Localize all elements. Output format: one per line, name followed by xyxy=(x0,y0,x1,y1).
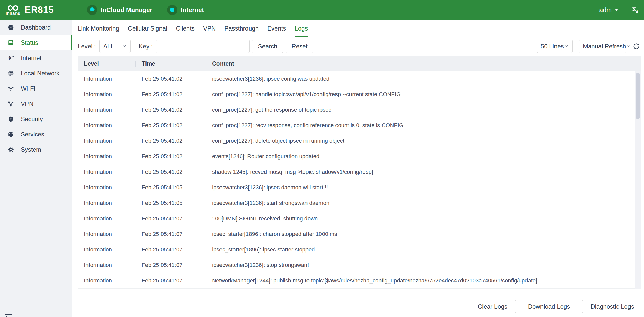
cell-time: Feb 25 05:41:07 xyxy=(136,262,206,268)
cell-time: Feb 25 05:41:02 xyxy=(136,138,206,144)
svg-text:e: e xyxy=(9,55,11,61)
tab-events[interactable]: Events xyxy=(267,20,286,37)
scrollbar-thumb[interactable] xyxy=(636,73,640,119)
top-status-group: InCloud Manager Internet xyxy=(87,5,204,15)
table-row: InformationFeb 25 05:41:02shadow[1245]: … xyxy=(78,164,635,180)
search-button[interactable]: Search xyxy=(252,40,283,53)
username: adm xyxy=(599,6,612,14)
sidebar-item-label: System xyxy=(21,146,41,153)
column-header-content: Content xyxy=(206,56,641,71)
tab-passthrough[interactable]: Passthrough xyxy=(224,20,259,37)
cell-time: Feb 25 05:41:05 xyxy=(136,184,206,191)
tab-bar: Link MonitoringCellular SignalClientsVPN… xyxy=(72,20,644,37)
cloud-status-badge xyxy=(87,5,97,15)
status-icon xyxy=(8,39,14,46)
cell-level: Information xyxy=(78,76,136,82)
key-input[interactable] xyxy=(156,40,250,53)
cell-time: Feb 25 05:41:07 xyxy=(136,231,206,237)
sidebar-item-local-network[interactable]: Local Network xyxy=(0,66,72,81)
refresh-icon[interactable] xyxy=(633,42,640,50)
table-header: Level Time Content xyxy=(78,56,641,71)
cell-content: shadow[1245]: recved mosq_msg->topic:[sh… xyxy=(206,169,635,175)
table-row: InformationFeb 25 05:41:05ipsecwatcher3[… xyxy=(78,180,635,195)
cell-content: conf_proc[1227]: handle topic:svc/api/v1… xyxy=(206,91,635,98)
cell-content: conf_proc[1227]: delete object ipsec in … xyxy=(206,138,635,144)
sidebar-item-services[interactable]: Services xyxy=(0,127,72,142)
translate-icon[interactable]: A xyxy=(631,6,640,14)
sidebar-item-system[interactable]: System xyxy=(0,142,72,157)
diagnostic-logs-button[interactable]: Diagnostic Logs xyxy=(582,300,642,313)
local-network-icon xyxy=(8,70,14,77)
table-row: InformationFeb 25 05:41:07: 00[DMN] SIGI… xyxy=(78,211,635,226)
column-header-time: Time xyxy=(136,56,206,71)
sidebar-item-wi-fi[interactable]: Wi-Fi xyxy=(0,81,72,96)
filter-left-group: Level : ALL Key : Search Reset xyxy=(78,40,313,53)
app-root: inhand ER815 InCloud Manager xyxy=(0,0,644,317)
main-content: Link MonitoringCellular SignalClientsVPN… xyxy=(72,20,644,317)
cell-content: ipsecwatcher3[1236]: ipsec daemon will s… xyxy=(206,184,635,191)
table-row: InformationFeb 25 05:41:02conf_proc[1227… xyxy=(78,118,635,133)
cell-time: Feb 25 05:41:02 xyxy=(136,91,206,98)
sidebar-item-security[interactable]: Security xyxy=(0,111,72,127)
tab-clients[interactable]: Clients xyxy=(176,20,195,37)
refresh-mode-select[interactable]: Manual Refresh xyxy=(579,40,626,53)
internet-status-label: Internet xyxy=(181,6,204,14)
tab-vpn[interactable]: VPN xyxy=(203,20,216,37)
security-icon xyxy=(8,116,14,122)
cell-time: Feb 25 05:41:07 xyxy=(136,277,206,284)
cell-time: Feb 25 05:41:02 xyxy=(136,122,206,129)
chevron-down-icon xyxy=(122,43,127,50)
inhand-logo: inhand xyxy=(6,5,21,16)
cell-content: events[1246]: Router configuration updat… xyxy=(206,153,635,160)
brand-name: inhand xyxy=(6,11,21,16)
caret-down-icon xyxy=(614,6,619,14)
tab-cellular-signal[interactable]: Cellular Signal xyxy=(128,20,167,37)
cell-content: ipsecwatcher3[1236]: ipsec config was up… xyxy=(206,76,635,82)
user-menu[interactable]: adm xyxy=(599,6,619,14)
reset-button[interactable]: Reset xyxy=(286,40,313,53)
chevron-down-icon xyxy=(564,43,569,50)
internet-status[interactable]: Internet xyxy=(167,5,204,15)
cloud-icon xyxy=(89,6,95,14)
incloud-manager-label: InCloud Manager xyxy=(101,6,152,14)
table-body: InformationFeb 25 05:41:02ipsecwatcher3[… xyxy=(78,71,641,289)
table-row: InformationFeb 25 05:41:02events[1246]: … xyxy=(78,149,635,164)
brand: inhand ER815 xyxy=(6,5,54,16)
sidebar-collapse-icon[interactable] xyxy=(4,313,13,317)
sidebar-item-internet[interactable]: eInternet xyxy=(0,50,72,66)
sidebar-item-status[interactable]: Status xyxy=(0,35,72,50)
cell-time: Feb 25 05:41:02 xyxy=(136,153,206,160)
key-label: Key : xyxy=(139,43,153,50)
cell-time: Feb 25 05:41:02 xyxy=(136,76,206,82)
log-table: Level Time Content InformationFeb 25 05:… xyxy=(78,56,641,289)
filter-bar: Level : ALL Key : Search Reset 50 Lines xyxy=(78,40,640,53)
cell-content: ipsecwatcher3[1236]: start strongswan da… xyxy=(206,200,635,206)
top-right-group: adm A xyxy=(599,6,640,14)
clear-logs-button[interactable]: Clear Logs xyxy=(470,300,516,313)
device-model: ER815 xyxy=(25,5,54,15)
table-row: InformationFeb 25 05:41:02conf_proc[1227… xyxy=(78,102,635,118)
cell-time: Feb 25 05:41:05 xyxy=(136,200,206,206)
cell-content: ipsec_starter[1896]: ipsec starter stopp… xyxy=(206,246,635,253)
cell-time: Feb 25 05:41:07 xyxy=(136,215,206,222)
sidebar-item-vpn[interactable]: VPN xyxy=(0,96,72,111)
chevron-down-icon xyxy=(626,43,631,50)
tab-link-monitoring[interactable]: Link Monitoring xyxy=(78,20,119,37)
incloud-manager-status[interactable]: InCloud Manager xyxy=(87,5,152,15)
svg-text:A: A xyxy=(636,10,638,14)
cell-content: : 00[DMN] SIGINT received, shutting down xyxy=(206,215,635,222)
level-select[interactable]: ALL xyxy=(99,40,131,53)
filter-right-group: 50 Lines Manual Refresh xyxy=(537,40,640,53)
footer-actions: Clear LogsDownload LogsDiagnostic Logs xyxy=(72,300,644,317)
tab-logs[interactable]: Logs xyxy=(295,20,308,37)
scrollbar-track[interactable] xyxy=(635,71,641,289)
lines-select[interactable]: 50 Lines xyxy=(537,40,573,53)
top-bar: inhand ER815 InCloud Manager xyxy=(0,0,644,20)
sidebar-item-dashboard[interactable]: Dashboard xyxy=(0,20,72,35)
vpn-icon xyxy=(8,100,14,107)
cell-level: Information xyxy=(78,231,136,237)
cell-content: NetworkManager[1244]: publish msg to top… xyxy=(206,277,635,284)
download-logs-button[interactable]: Download Logs xyxy=(520,300,578,313)
cell-level: Information xyxy=(78,138,136,144)
cell-content: ipsec_starter[1896]: charon stopped afte… xyxy=(206,231,635,237)
